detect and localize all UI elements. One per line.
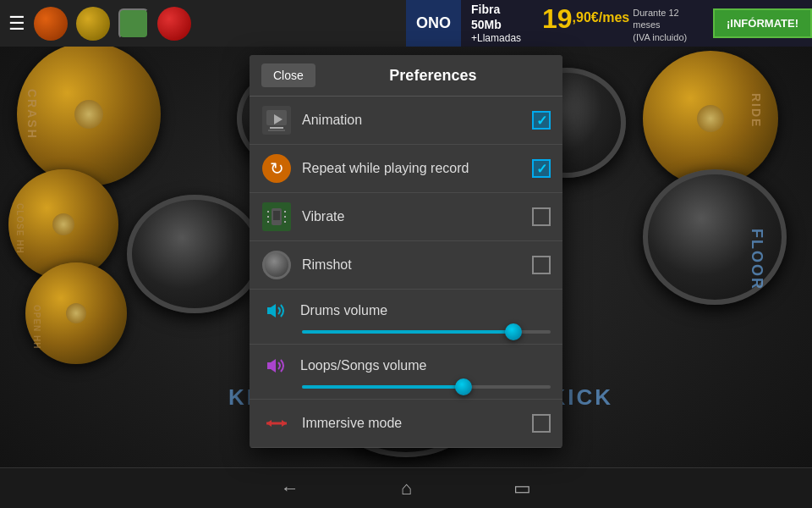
repeat-checkbox[interactable]: ✓ <box>532 159 551 178</box>
svg-marker-12 <box>267 304 276 318</box>
ad-price-big: 19 <box>542 3 573 35</box>
green-button[interactable] <box>118 8 149 39</box>
openhh-cymbal <box>25 262 127 364</box>
ride-cymbal <box>643 51 778 186</box>
repeat-row: ↻ Repeat while playing record ✓ <box>250 145 562 193</box>
ad-line1: Fibra 50Mb <box>471 2 532 32</box>
immersive-icon <box>261 408 292 439</box>
loops-volume-label: Loops/Songs volume <box>300 358 551 373</box>
settings-button[interactable] <box>76 7 110 41</box>
dialog-header: Close Preferences <box>250 55 562 97</box>
drums-volume-fill <box>302 330 513 334</box>
vibrate-label: Vibrate <box>302 209 522 224</box>
crash-cymbal <box>17 42 161 186</box>
vibrate-row: Vibrate <box>250 193 562 241</box>
loops-volume-fill <box>302 385 464 389</box>
ad-banner: ONO Fibra 50Mb +Llamadas 19 ,90€/mes Dur… <box>406 0 812 47</box>
animation-icon <box>261 105 292 135</box>
ad-price: 19 ,90€/mes Durante 12 meses (IVA inclui… <box>542 3 705 43</box>
immersive-row: Immersive mode <box>250 400 562 448</box>
top-bar: ☰ ONO Fibra 50Mb +Llamadas 19 ,90€/mes D… <box>0 0 812 47</box>
immersive-icon-shape <box>262 409 291 438</box>
preferences-dialog: Close Preferences Animation ✓ <box>250 55 562 448</box>
immersive-checkbox[interactable] <box>532 414 551 433</box>
drums-volume-label-row: Drums volume <box>261 296 551 325</box>
loops-volume-row: Loops/Songs volume <box>250 345 562 400</box>
ad-brand: ONO <box>406 0 461 47</box>
animation-label: Animation <box>302 113 522 128</box>
drums-volume-thumb[interactable] <box>505 323 522 340</box>
animation-icon-shape <box>262 106 291 135</box>
svg-marker-15 <box>266 420 272 427</box>
ad-line2: +Llamadas <box>471 32 532 46</box>
recents-button[interactable]: ▭ <box>513 478 531 500</box>
rimshot-icon-shape <box>262 251 291 279</box>
vibrate-checkbox[interactable] <box>532 207 551 226</box>
rimshot-label: Rimshot <box>302 257 522 273</box>
animation-row: Animation ✓ <box>250 97 562 145</box>
svg-marker-13 <box>267 359 276 373</box>
vibrate-icon-shape <box>262 202 291 231</box>
drums-volume-icon <box>261 296 290 325</box>
bottom-nav: ← ⌂ ▭ <box>0 467 812 508</box>
ad-price-note: Durante 12 meses (IVA incluido) <box>629 3 705 43</box>
rimshot-checkbox[interactable] <box>532 256 551 274</box>
svg-marker-16 <box>282 420 287 427</box>
record-button[interactable] <box>34 7 68 41</box>
vibrate-icon <box>261 202 292 232</box>
stop-button[interactable] <box>157 7 191 41</box>
loops-volume-icon <box>261 351 290 380</box>
back-button[interactable]: ← <box>281 478 299 500</box>
animation-checkmark: ✓ <box>536 113 547 129</box>
dialog-title: Preferences <box>315 67 551 85</box>
snare-drum <box>127 195 262 313</box>
drums-volume-label: Drums volume <box>300 303 551 318</box>
top-bar-left: ☰ <box>8 7 191 41</box>
loops-volume-label-row: Loops/Songs volume <box>261 351 551 380</box>
drums-volume-row: Drums volume <box>250 290 562 345</box>
repeat-icon-shape: ↻ <box>262 154 291 183</box>
menu-icon[interactable]: ☰ <box>8 13 25 35</box>
loops-volume-thumb[interactable] <box>455 378 472 395</box>
animation-checkbox[interactable]: ✓ <box>532 111 551 130</box>
rimshot-icon <box>261 250 292 280</box>
loops-volume-slider[interactable] <box>302 385 551 389</box>
floor-drum <box>643 169 787 305</box>
ad-text: Fibra 50Mb +Llamadas <box>461 2 542 46</box>
svg-rect-5 <box>273 211 280 220</box>
drums-volume-slider[interactable] <box>302 330 551 334</box>
ad-price-decimal: ,90€/mes <box>573 3 630 25</box>
closehh-cymbal <box>8 169 118 279</box>
repeat-label: Repeat while playing record <box>302 161 522 176</box>
rimshot-row: Rimshot <box>250 241 562 290</box>
immersive-label: Immersive mode <box>302 416 522 431</box>
repeat-checkmark: ✓ <box>536 161 547 177</box>
repeat-icon: ↻ <box>261 153 292 184</box>
home-button[interactable]: ⌂ <box>401 478 412 500</box>
close-button[interactable]: Close <box>261 64 315 87</box>
ad-cta-button[interactable]: ¡INFÓRMATE! <box>713 8 812 38</box>
